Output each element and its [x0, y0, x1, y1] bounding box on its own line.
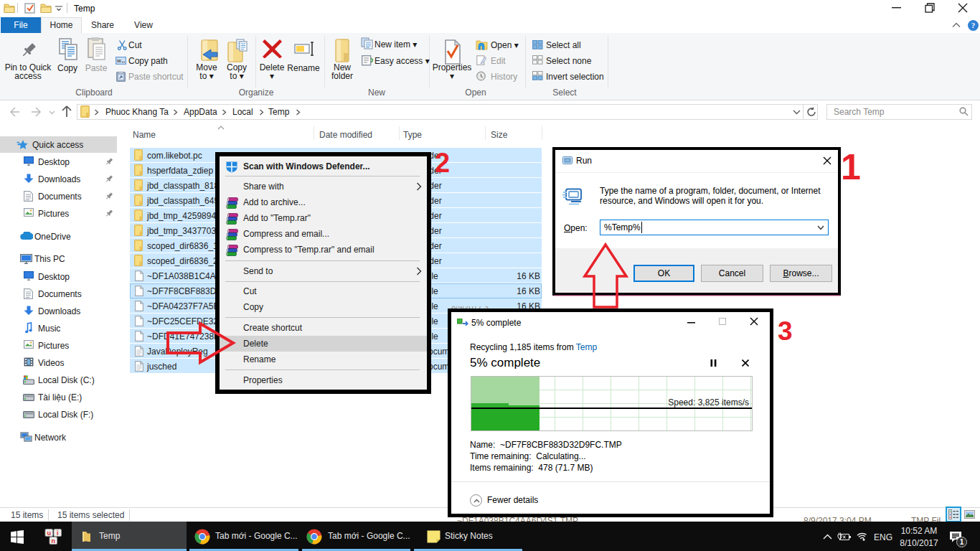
- svg-text:i: i: [57, 529, 59, 537]
- svg-text:w: w: [116, 57, 121, 64]
- svg-text:n: n: [51, 537, 55, 545]
- svg-text:u: u: [47, 529, 51, 537]
